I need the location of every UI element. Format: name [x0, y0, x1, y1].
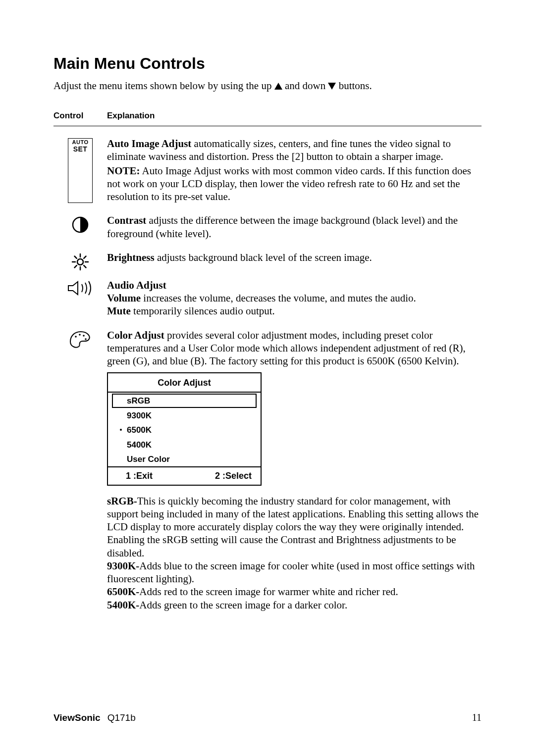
model-name: Q171b: [107, 712, 136, 723]
intro-c: buttons.: [336, 80, 372, 92]
osd-item-label: sRGB: [127, 396, 150, 405]
speaker-icon: [67, 280, 94, 297]
th-control: Control: [54, 111, 107, 121]
osd-item-6500k: 6500K: [108, 423, 261, 437]
down-arrow-icon: [328, 83, 336, 90]
brightness-desc: adjusts background black level of the sc…: [155, 252, 372, 263]
row-color-adjust: Color Adjust provides several color adju…: [54, 329, 482, 611]
k6500-desc: Adds red to the screen image for warmer …: [139, 586, 398, 598]
note-text: Auto Image Adjust works with most common…: [107, 165, 471, 203]
k5400-desc: Adds green to the screen image for a dar…: [139, 599, 347, 611]
svg-point-13: [85, 338, 87, 340]
volume-desc: increases the volume, decreases the volu…: [141, 292, 416, 304]
svg-line-7: [84, 265, 86, 267]
k9300-desc: Adds blue to the screen image for cooler…: [107, 560, 475, 585]
svg-point-10: [75, 336, 77, 338]
th-explanation: Explanation: [107, 111, 482, 121]
intro-a: Adjust the menu items shown below by usi…: [54, 80, 274, 92]
osd-item-label: 6500K: [127, 425, 152, 435]
volume-title: Volume: [107, 292, 141, 304]
svg-point-11: [79, 334, 81, 336]
brightness-title: Brightness: [107, 252, 155, 263]
svg-line-9: [84, 256, 86, 258]
page-footer: ViewSonic Q171b 11: [54, 712, 482, 723]
mute-desc: temporarily silences audio output.: [131, 305, 275, 317]
k9300-label: 9300K-: [107, 560, 139, 572]
palette-icon: [69, 330, 92, 350]
audio-heading: Audio Adjust: [107, 279, 482, 292]
auto-set-icon: AUTO SET: [68, 138, 93, 203]
intro-b: and down: [282, 80, 328, 92]
dot-icon: [120, 429, 122, 431]
svg-point-1: [77, 259, 83, 265]
srgb-desc: This is quickly becoming the industry st…: [107, 495, 479, 559]
svg-line-6: [75, 256, 77, 258]
page-title: Main Menu Controls: [54, 54, 482, 73]
row-brightness: Brightness adjusts background black leve…: [54, 251, 482, 272]
svg-point-12: [83, 335, 85, 337]
osd-item-usercolor: User Color: [108, 452, 261, 466]
mute-title: Mute: [107, 305, 131, 317]
set-label: SET: [69, 146, 91, 153]
osd-item-label: 5400K: [127, 440, 152, 450]
contrast-icon: [70, 215, 90, 235]
osd-color-adjust: Color Adjust sRGB 9300K 6500K 5400K User…: [107, 372, 262, 485]
brightness-icon: [70, 252, 90, 272]
k6500-label: 6500K-: [107, 586, 139, 598]
note-label: NOTE:: [107, 165, 140, 177]
row-contrast: Contrast adjusts the difference between …: [54, 214, 482, 240]
svg-line-8: [75, 265, 77, 267]
table-header: Control Explanation: [54, 111, 482, 126]
contrast-title: Contrast: [107, 214, 146, 226]
row-audio-adjust: Audio Adjust Volume increases the volume…: [54, 279, 482, 318]
osd-item-5400k: 5400K: [108, 438, 261, 452]
contrast-desc: adjusts the difference between the image…: [107, 214, 458, 239]
srgb-label: sRGB-: [107, 495, 137, 507]
color-title: Color Adjust: [107, 329, 164, 341]
auto-title: Auto Image Adjust: [107, 138, 191, 150]
osd-item-srgb: sRGB: [112, 394, 257, 408]
osd-exit: 1 :Exit: [126, 470, 215, 482]
auto-label: AUTO: [69, 140, 91, 146]
up-arrow-icon: [274, 83, 282, 90]
osd-select: 2 :Select: [215, 470, 252, 482]
osd-item-label: User Color: [127, 454, 170, 464]
row-auto-image-adjust: AUTO SET Auto Image Adjust automatically…: [54, 137, 482, 203]
brand-name: ViewSonic: [54, 712, 101, 723]
intro-text: Adjust the menu items shown below by usi…: [54, 80, 482, 92]
osd-title: Color Adjust: [108, 373, 261, 393]
page-number: 11: [472, 712, 482, 723]
osd-item-9300k: 9300K: [108, 408, 261, 423]
osd-item-label: 9300K: [127, 411, 152, 420]
k5400-label: 5400K-: [107, 599, 139, 611]
